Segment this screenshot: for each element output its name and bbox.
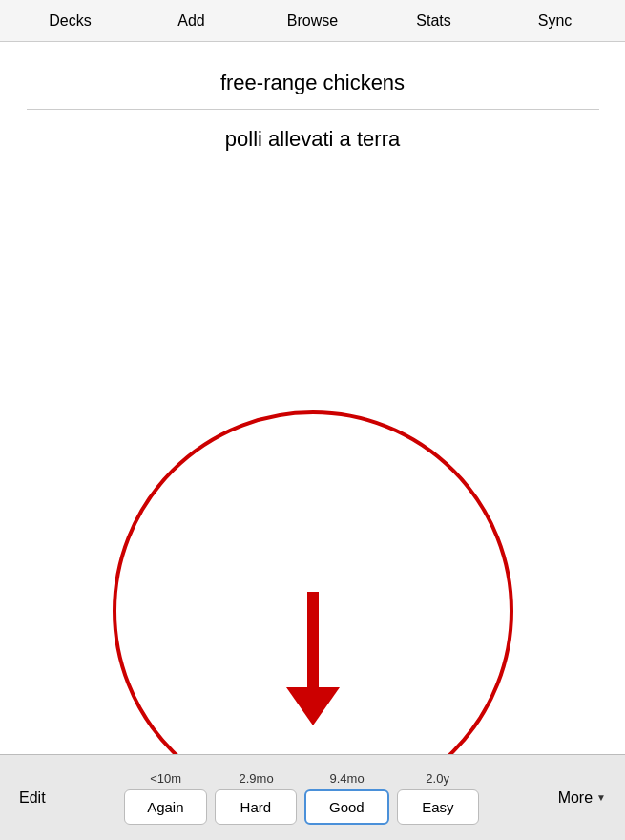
- arrow-shaft: [307, 592, 319, 687]
- bottom-right: More ▼: [549, 784, 615, 812]
- again-button[interactable]: Again: [124, 789, 207, 825]
- card-front-text: free-range chickens: [220, 71, 405, 95]
- card-divider: [27, 109, 599, 110]
- more-button[interactable]: More ▼: [549, 784, 615, 812]
- card-area: free-range chickens polli allevati a ter…: [0, 42, 625, 152]
- time-labels: <10m 2.9mo 9.4mo 2.0y: [120, 771, 483, 786]
- easy-button[interactable]: Easy: [397, 789, 480, 825]
- card-back-text: polli allevati a terra: [225, 127, 400, 152]
- time-label-again: <10m: [120, 771, 211, 786]
- arrow-head: [286, 687, 340, 725]
- time-label-good: 9.4mo: [302, 771, 392, 786]
- nav-item-add[interactable]: Add: [131, 3, 252, 39]
- arrow-annotation: [286, 592, 340, 725]
- rating-buttons: Again Hard Good Easy: [120, 789, 483, 825]
- bottom-bar: Edit <10m 2.9mo 9.4mo 2.0y Again Hard Go…: [0, 754, 625, 840]
- nav-item-stats[interactable]: Stats: [373, 3, 494, 39]
- more-label: More: [558, 789, 593, 807]
- bottom-left: Edit: [10, 784, 55, 812]
- edit-button[interactable]: Edit: [10, 784, 55, 812]
- nav-item-browse[interactable]: Browse: [252, 3, 373, 39]
- good-button[interactable]: Good: [304, 789, 389, 825]
- time-label-hard: 2.9mo: [211, 771, 302, 786]
- hard-button[interactable]: Hard: [215, 789, 298, 825]
- nav-item-sync[interactable]: Sync: [494, 3, 615, 39]
- main-content: free-range chickens polli allevati a ter…: [0, 42, 625, 754]
- time-label-easy: 2.0y: [392, 771, 483, 786]
- nav-item-decks[interactable]: Decks: [10, 3, 131, 39]
- rating-section: <10m 2.9mo 9.4mo 2.0y Again Hard Good Ea…: [55, 771, 549, 825]
- dropdown-arrow-icon: ▼: [596, 792, 606, 803]
- top-nav: Decks Add Browse Stats Sync: [0, 0, 625, 42]
